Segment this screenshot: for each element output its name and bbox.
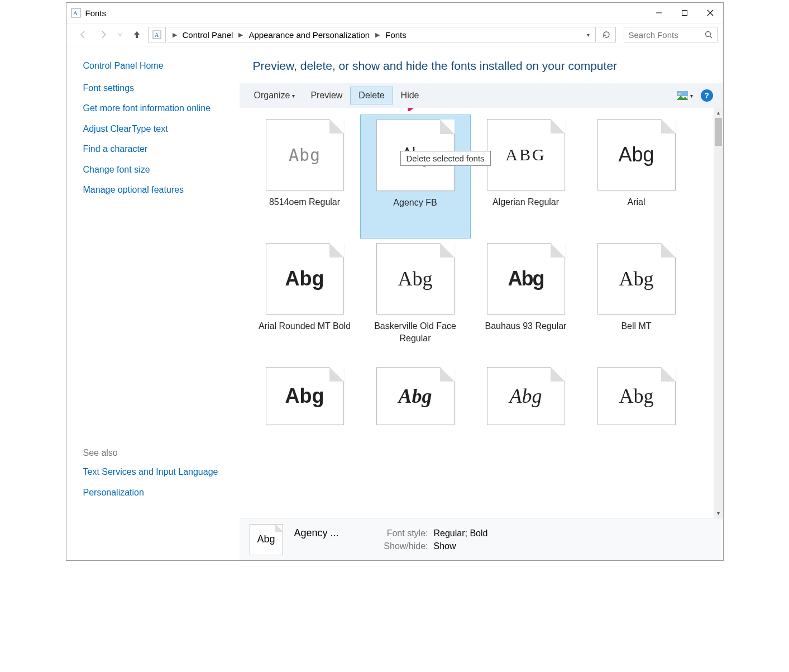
close-button[interactable] <box>697 3 723 23</box>
sidebar-link-text-services[interactable]: Text Services and Input Language <box>83 466 224 478</box>
sidebar-link-personalization[interactable]: Personalization <box>83 487 224 499</box>
font-item[interactable]: AbgAgency FB <box>360 115 471 239</box>
delete-button[interactable]: Delete <box>350 87 393 104</box>
details-info: Agency ... Font style: Regular; Bold Sho… <box>294 527 488 551</box>
font-item[interactable]: ABGAlgerian Regular <box>471 115 581 239</box>
chevron-right-icon: ▶ <box>236 31 245 39</box>
preview-button[interactable]: Preview <box>303 87 350 104</box>
font-sample: Abg <box>266 243 344 314</box>
sidebar-link-cleartype[interactable]: Adjust ClearType text <box>83 123 224 135</box>
font-label: 8514oem Regular <box>269 196 340 208</box>
font-thumb: Abg <box>266 367 344 425</box>
address-dropdown-icon[interactable]: ▾ <box>584 32 593 38</box>
font-sample: Abg <box>266 367 344 425</box>
scrollbar[interactable]: ▴ ▾ <box>714 108 723 518</box>
help-button[interactable]: ? <box>701 89 713 102</box>
recent-dropdown[interactable] <box>114 26 126 44</box>
sidebar-link-more-info[interactable]: Get more font information online <box>83 102 224 115</box>
search-icon <box>705 31 713 39</box>
details-show-hide-value: Show <box>434 541 488 551</box>
tooltip: Delete selected fonts <box>400 151 491 166</box>
font-item[interactable]: AbgBauhaus 93 Regular <box>471 239 581 363</box>
up-button[interactable] <box>128 26 146 44</box>
view-options-button[interactable]: ▾ <box>677 91 693 100</box>
body: Control Panel Home Font settings Get mor… <box>66 46 723 518</box>
fonts-icon: A <box>71 8 81 18</box>
details-pane: Abg Agency ... Font style: Regular; Bold… <box>240 518 723 560</box>
font-label: Bauhaus 93 Regular <box>485 320 567 332</box>
organize-button[interactable]: Organize ▾ <box>246 87 303 104</box>
see-also-label: See also <box>83 448 224 458</box>
main: Preview, delete, or show and hide the fo… <box>240 46 723 518</box>
svg-rect-3 <box>682 11 687 16</box>
font-item[interactable]: AbgBell MT <box>581 239 692 363</box>
refresh-button[interactable] <box>598 27 616 42</box>
breadcrumb-item[interactable]: Fonts <box>382 27 410 42</box>
details-font-style-value: Regular; Bold <box>434 528 488 538</box>
forward-button[interactable] <box>94 26 112 44</box>
font-grid: Abg8514oem RegularAbgAgency FBABGAlgeria… <box>240 108 714 518</box>
details-name: Agency ... <box>294 527 361 539</box>
font-item[interactable]: Abg <box>471 363 581 435</box>
chevron-down-icon: ▾ <box>690 93 693 99</box>
grid-wrap: Delete selected fonts Abg8514oem Regular… <box>240 108 723 518</box>
font-sample: Abg <box>487 367 565 425</box>
chevron-right-icon: ▶ <box>373 31 382 39</box>
details-show-hide-label: Show/hide: <box>367 541 428 551</box>
toolbar: Organize ▾ Preview Delete Hide ▾ <box>240 83 723 108</box>
font-item[interactable]: Abg <box>360 363 471 435</box>
details-font-style-label: Font style: <box>367 528 428 538</box>
scroll-down-button[interactable]: ▾ <box>714 508 723 518</box>
breadcrumb-item[interactable]: Control Panel <box>179 27 237 42</box>
picture-icon <box>677 91 688 100</box>
sidebar-link-find-character[interactable]: Find a character <box>83 143 224 155</box>
chevron-down-icon: ▾ <box>292 93 295 99</box>
font-sample: Abg <box>487 243 565 314</box>
svg-point-12 <box>678 93 681 95</box>
font-item[interactable]: AbgArial Rounded MT Bold <box>250 239 360 363</box>
font-thumb: Abg <box>597 243 676 314</box>
scroll-up-button[interactable]: ▴ <box>714 108 723 117</box>
font-item[interactable]: AbgArial <box>581 115 692 239</box>
font-sample: Abg <box>597 119 676 190</box>
font-label: Bell MT <box>621 320 651 332</box>
sidebar: Control Panel Home Font settings Get mor… <box>66 46 240 518</box>
font-sample: Abg <box>266 119 344 190</box>
font-sample: Abg <box>597 367 676 425</box>
font-thumb: Abg <box>376 367 455 425</box>
svg-line-9 <box>710 36 712 38</box>
font-sample: Abg <box>376 243 455 314</box>
minimize-button[interactable] <box>646 3 672 23</box>
page-heading: Preview, delete, or show and hide the fo… <box>240 46 723 83</box>
font-item[interactable]: Abg <box>581 363 692 435</box>
breadcrumb-item[interactable]: Appearance and Personalization <box>245 27 373 42</box>
font-thumb: Abg <box>487 243 565 314</box>
search-input[interactable]: Search Fonts <box>624 27 718 42</box>
svg-rect-11 <box>677 91 688 96</box>
font-thumb: Abg <box>597 119 676 190</box>
font-thumb: ABG <box>487 119 565 190</box>
svg-text:A: A <box>73 9 78 16</box>
sidebar-link-change-font-size[interactable]: Change font size <box>83 164 224 176</box>
font-label: Arial <box>627 196 645 208</box>
sidebar-home-link[interactable]: Control Panel Home <box>83 61 224 71</box>
font-label: Agency FB <box>393 197 437 209</box>
font-sample: Abg <box>376 367 455 425</box>
scroll-thumb[interactable] <box>715 118 722 146</box>
chevron-right-icon: ▶ <box>170 31 179 39</box>
titlebar: A Fonts <box>66 3 723 23</box>
font-label: Algerian Regular <box>492 196 559 208</box>
navbar: A ▶ Control Panel ▶ Appearance and Perso… <box>66 23 723 46</box>
font-item[interactable]: Abg <box>250 363 360 435</box>
search-placeholder: Search Fonts <box>629 30 678 40</box>
sidebar-link-font-settings[interactable]: Font settings <box>83 82 224 94</box>
sidebar-link-optional-features[interactable]: Manage optional features <box>83 184 224 196</box>
maximize-button[interactable] <box>672 3 697 23</box>
address-bar[interactable]: ▶ Control Panel ▶ Appearance and Persona… <box>168 27 596 42</box>
font-item[interactable]: Abg8514oem Regular <box>250 115 360 239</box>
back-button[interactable] <box>74 26 92 44</box>
font-item[interactable]: AbgBaskerville Old Face Regular <box>360 239 471 363</box>
hide-button[interactable]: Hide <box>393 87 427 104</box>
address-icon[interactable]: A <box>148 27 166 42</box>
title-left: A Fonts <box>71 8 107 18</box>
